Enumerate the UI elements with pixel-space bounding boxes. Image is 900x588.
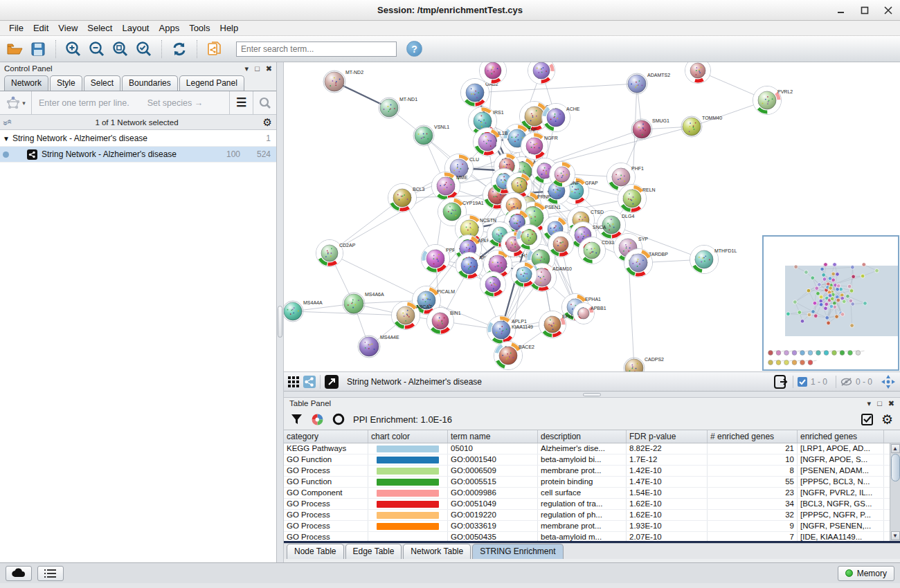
network-options-gear-icon[interactable]: ⚙ <box>263 117 272 127</box>
save-session-button[interactable] <box>28 39 48 59</box>
splitter-grip[interactable] <box>278 306 282 338</box>
menu-item-help[interactable]: Help <box>215 22 244 34</box>
network-from-clipboard-button[interactable] <box>204 39 225 59</box>
tab-network-table[interactable]: Network Table <box>403 544 471 559</box>
string-protein-query-dropdown[interactable]: ▾ <box>0 91 32 114</box>
table-row[interactable]: GO ProcessGO:0006509membrane prot...1.42… <box>284 466 900 477</box>
zoom-selected-button[interactable] <box>134 39 154 59</box>
navigate-icon[interactable] <box>881 374 896 389</box>
column-header-2[interactable]: term name <box>448 430 538 443</box>
task-history-button[interactable] <box>37 566 64 581</box>
table-row[interactable]: GO ComponentGO:0009986cell surface1.54E-… <box>284 488 900 499</box>
table-row[interactable]: GO FunctionGO:0005515protein binding1.47… <box>284 477 900 488</box>
cloud-tasks-button[interactable] <box>6 566 32 581</box>
svg-text:NGFR: NGFR <box>544 136 558 140</box>
tab-style[interactable]: Style <box>50 75 82 91</box>
close-panel-icon[interactable]: ✖ <box>888 399 894 408</box>
table-row[interactable]: KEGG Pathways05010Alzheimer's dise...8.8… <box>284 443 900 454</box>
string-share-icon[interactable] <box>303 376 316 388</box>
float-panel-icon[interactable]: □ <box>877 399 882 407</box>
scrollbar-thumb[interactable] <box>891 454 900 481</box>
network-tree-row[interactable]: String Network - Alzheimer's disease1005… <box>0 147 276 163</box>
tab-select[interactable]: Select <box>84 75 120 91</box>
panel-menu-icon[interactable]: ▾ <box>867 399 872 408</box>
query-placeholder[interactable]: Enter one term per line. <box>39 98 129 108</box>
menu-item-layout[interactable]: Layout <box>117 22 154 34</box>
svg-text:ABCA7: ABCA7 <box>416 304 432 309</box>
help-icon[interactable]: ? <box>406 41 422 57</box>
grid-view-icon[interactable] <box>288 376 299 387</box>
column-header-0[interactable]: category <box>284 430 368 443</box>
table-settings-gear-icon[interactable]: ⚙ <box>881 413 893 426</box>
network-collection-label: String Network - Alzheimer's disease <box>12 134 240 143</box>
column-header-6[interactable]: enriched genes <box>798 430 884 443</box>
float-panel-icon[interactable]: □ <box>255 64 260 73</box>
network-view[interactable]: MT-ND2MT-ND1VSNL1GAB2IRS1CHATACHETNFNGFR… <box>284 62 900 372</box>
tab-node-table[interactable]: Node Table <box>287 544 344 559</box>
export-network-icon[interactable] <box>773 374 789 389</box>
tab-string-enrichment[interactable]: STRING Enrichment <box>472 544 563 559</box>
birds-eye-navigator[interactable] <box>762 235 899 371</box>
table-row[interactable]: GO ProcessGO:0033619membrane prot...1.93… <box>284 521 900 532</box>
tab-network[interactable]: Network <box>4 75 48 91</box>
menu-item-edit[interactable]: Edit <box>28 22 53 34</box>
query-search-icon[interactable] <box>253 91 276 114</box>
open-session-button[interactable] <box>4 39 25 59</box>
menu-item-tools[interactable]: Tools <box>184 22 215 34</box>
svg-text:DLG4: DLG4 <box>622 214 634 219</box>
svg-text:MS4A4A: MS4A4A <box>303 300 323 305</box>
tab-legend-panel[interactable]: Legend Panel <box>179 75 244 91</box>
column-header-4[interactable]: FDR p-value <box>627 430 708 443</box>
splitter-grip[interactable] <box>583 393 601 396</box>
svg-text:VSNL1: VSNL1 <box>434 125 449 129</box>
filter-icon[interactable] <box>291 414 303 425</box>
close-panel-icon[interactable]: ✖ <box>266 64 272 73</box>
edge-count: 524 <box>247 149 271 159</box>
select-columns-icon[interactable] <box>861 414 873 425</box>
table-vertical-scrollbar[interactable]: ▲ ▼ <box>890 443 900 541</box>
horizontal-splitter[interactable] <box>284 392 900 398</box>
query-options-icon[interactable]: ☰ <box>229 91 253 114</box>
column-header-5[interactable]: # enriched genes <box>708 430 798 443</box>
network-tree-row[interactable]: ▼String Network - Alzheimer's disease1 <box>0 131 276 147</box>
table-panel-title: Table Panel <box>289 399 331 407</box>
table-row[interactable]: GO ProcessGO:0051049regulation of tra...… <box>284 499 900 510</box>
tab-boundaries[interactable]: Boundaries <box>122 75 178 91</box>
zoom-fit-button[interactable] <box>110 39 131 59</box>
selected-count-badge: 1 - 0 <box>793 376 831 388</box>
table-rows: KEGG Pathways05010Alzheimer's dise...8.8… <box>284 443 900 541</box>
refresh-button[interactable] <box>169 39 190 59</box>
zoom-in-button[interactable] <box>63 39 84 59</box>
memory-button[interactable]: Memory <box>838 566 894 581</box>
ring-chart-icon[interactable] <box>332 413 345 425</box>
menu-item-apps[interactable]: Apps <box>154 22 185 34</box>
scroll-down-icon[interactable]: ▼ <box>891 531 900 540</box>
column-header-3[interactable]: description <box>538 430 627 443</box>
expand-all-icon[interactable]: » <box>4 120 14 124</box>
tree-expand-icon[interactable]: ▼ <box>0 135 12 143</box>
collection-count: 1 <box>247 134 271 143</box>
scroll-up-icon[interactable]: ▲ <box>891 444 900 453</box>
maximize-button[interactable] <box>860 6 870 15</box>
menu-item-file[interactable]: File <box>4 22 28 34</box>
search-input[interactable] <box>236 42 397 57</box>
close-button[interactable] <box>883 6 893 15</box>
control-panel-tabs: NetworkStyleSelectBoundariesLegend Panel <box>0 75 276 91</box>
zoom-out-button[interactable] <box>87 39 107 59</box>
detach-view-icon[interactable] <box>325 375 339 389</box>
table-row[interactable]: GO FunctionGO:0001540beta-amyloid bi...1… <box>284 454 900 466</box>
enrichment-chart-icon[interactable] <box>311 413 324 426</box>
minimize-button[interactable] <box>836 6 846 15</box>
panel-menu-icon[interactable]: ▾ <box>245 64 249 73</box>
menu-item-select[interactable]: Select <box>82 22 117 34</box>
table-row[interactable]: GO ProcessGO:0019220regulation of ph...1… <box>284 510 900 521</box>
svg-text:BCL3: BCL3 <box>413 187 425 192</box>
svg-text:PVRL2: PVRL2 <box>777 89 793 94</box>
tab-edge-table[interactable]: Edge Table <box>345 544 402 559</box>
table-row[interactable]: GO ProcessGO:0050435beta-amyloid m...2.0… <box>284 532 900 541</box>
set-species-label[interactable]: Set species → <box>147 98 204 108</box>
vertical-splitter[interactable] <box>277 62 284 562</box>
menu-item-view[interactable]: View <box>53 22 82 34</box>
column-header-1[interactable]: chart color <box>368 430 448 443</box>
string-network-icon <box>27 149 37 160</box>
